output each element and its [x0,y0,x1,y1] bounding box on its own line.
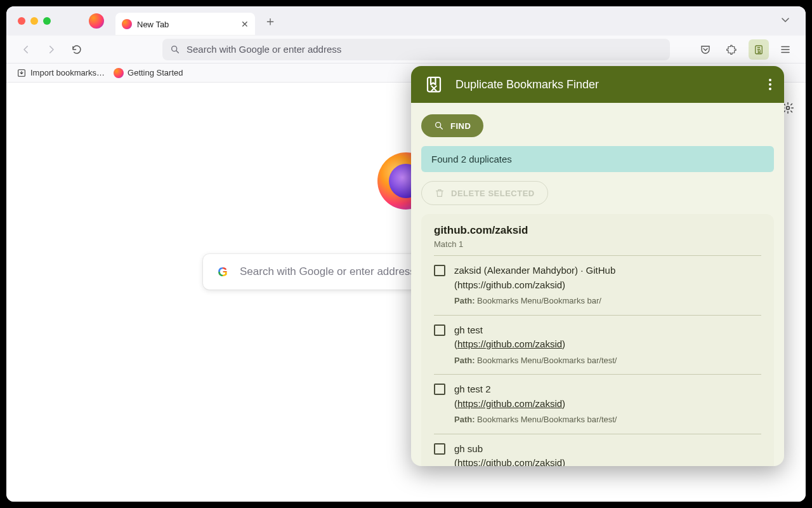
bookmark-label: Getting Started [128,68,183,77]
delete-selected-label: DELETE SELECTED [451,189,535,198]
duplicate-group: github.com/zaksid Match 1 zaksid (Alexan… [421,214,774,466]
extension-logo [424,74,444,95]
svg-point-5 [436,123,441,128]
duplicate-title: gh test [454,323,761,338]
newtab-search-placeholder: Search with Google or enter address [240,265,416,278]
duplicate-url: (https://github.com/zaksid) [454,337,761,352]
duplicate-url: (https://github.com/zaksid) [454,278,761,293]
duplicate-title: gh sub [454,442,761,457]
duplicate-checkbox[interactable] [434,324,445,336]
duplicate-path: Path: Bookmarks Menu/Bookmarks bar/test/ [454,413,761,426]
duplicate-title: zaksid (Alexander Mahdybor) · GitHub [454,264,761,278]
duplicate-path: Path: Bookmarks Menu/Bookmarks bar/ [454,295,761,307]
duplicate-checkbox[interactable] [434,384,445,395]
list-all-tabs-button[interactable] [780,17,790,27]
duplicate-info: gh test 2(https://github.com/zaksid)Path… [454,382,761,426]
duplicate-url: (https://github.com/zaksid) [454,397,761,411]
back-button[interactable] [16,40,36,59]
bookmark-getting-started[interactable]: Getting Started [114,68,183,78]
group-subheading: Match 1 [434,239,761,249]
browser-window: New Tab ✕ ＋ Search with Google or enter … [6,6,806,502]
find-button[interactable]: FIND [421,114,483,137]
duplicate-url-link[interactable]: https://github.com/zaksid [457,338,562,349]
tab-strip: New Tab ✕ ＋ [6,6,806,36]
firefox-icon [89,13,104,29]
duplicate-info: zaksid (Alexander Mahdybor) · GitHub(htt… [454,264,761,307]
extension-menu-button[interactable] [769,79,771,90]
close-tab-icon[interactable]: ✕ [241,19,249,29]
app-menu-button[interactable] [775,39,796,60]
duplicate-item: gh test(https://github.com/zaksid)Path: … [434,315,761,375]
svg-point-3 [787,107,790,110]
firefox-icon [114,68,124,78]
duplicate-item: zaksid (Alexander Mahdybor) · GitHub(htt… [434,255,761,315]
find-button-label: FIND [450,121,471,131]
svg-rect-4 [428,77,440,92]
extensions-button[interactable] [722,39,742,60]
extension-title: Duplicate Bookmarks Finder [455,78,757,91]
group-heading: github.com/zaksid [434,224,761,237]
duplicate-info: gh sub(https://github.com/zaksid)Path: B… [454,442,761,467]
minimize-window-button[interactable] [30,17,38,25]
duplicate-checkbox[interactable] [434,265,445,276]
duplicate-title: gh test 2 [454,382,761,397]
google-icon [214,264,231,280]
duplicate-item: gh test 2(https://github.com/zaksid)Path… [434,374,761,434]
extension-popup-body: FIND Found 2 duplicates DELETE SELECTED … [411,103,784,466]
results-banner: Found 2 duplicates [421,146,774,172]
trash-icon [435,188,445,198]
duplicate-path: Path: Bookmarks Menu/Bookmarks bar/test/ [454,354,761,367]
duplicate-info: gh test(https://github.com/zaksid)Path: … [454,323,761,367]
extension-popup: Duplicate Bookmarks Finder FIND Found 2 … [411,66,784,466]
import-bookmarks-button[interactable]: Import bookmarks… [16,68,105,78]
navigation-toolbar: Search with Google or enter address [6,36,806,64]
reload-button[interactable] [67,40,86,59]
duplicate-url-link[interactable]: https://github.com/zaksid [457,398,562,409]
duplicate-item: gh sub(https://github.com/zaksid)Path: B… [434,434,761,467]
import-bookmarks-label: Import bookmarks… [30,68,105,77]
forward-button[interactable] [42,40,61,59]
duplicate-checkbox[interactable] [434,443,445,455]
browser-tab[interactable]: New Tab ✕ [115,13,255,36]
import-icon [16,68,27,78]
svg-point-0 [172,46,177,51]
new-tab-button[interactable]: ＋ [264,13,277,30]
address-bar[interactable]: Search with Google or enter address [162,39,670,60]
search-icon [170,44,180,55]
duplicate-url: (https://github.com/zaksid) [454,456,761,466]
pocket-button[interactable] [695,39,716,60]
firefox-icon [122,19,132,29]
extension-popup-header: Duplicate Bookmarks Finder [411,66,784,103]
search-icon [434,121,444,131]
window-controls [11,17,57,25]
address-bar-placeholder: Search with Google or enter address [187,44,341,55]
duplicate-bookmarks-finder-button[interactable] [749,39,769,60]
zoom-window-button[interactable] [43,17,51,25]
tab-title: New Tab [137,20,236,29]
delete-selected-button[interactable]: DELETE SELECTED [421,181,548,205]
close-window-button[interactable] [18,17,25,25]
